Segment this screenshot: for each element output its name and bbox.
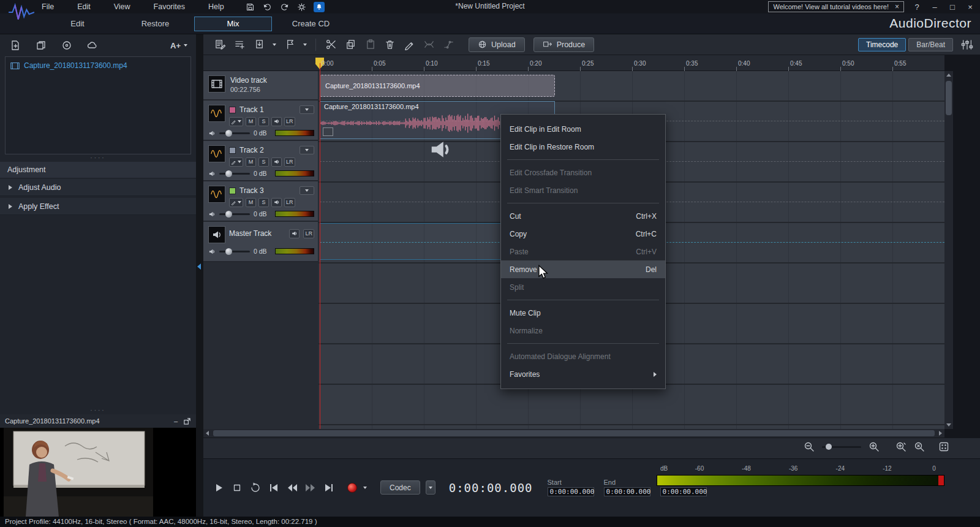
help-button[interactable]: ? [912, 2, 922, 12]
undo-icon[interactable] [262, 2, 273, 12]
view-options-icon[interactable] [938, 441, 949, 452]
monitor-button[interactable] [271, 157, 282, 167]
go-to-start-button[interactable] [266, 480, 281, 495]
draw-gain-button[interactable] [229, 157, 243, 167]
sidebar-splitter[interactable] [196, 34, 203, 517]
solo-button[interactable]: S [258, 157, 269, 167]
track-header[interactable]: Track 2 M S LR 0 dB [203, 141, 318, 181]
panel-splitter-handle[interactable]: ···· [0, 408, 196, 413]
vertical-scroll-thumb[interactable] [946, 81, 952, 115]
track-menu-button[interactable] [300, 146, 314, 154]
track-menu-button[interactable] [300, 186, 314, 195]
channel-lr-button[interactable]: LR [284, 117, 295, 126]
scroll-left-icon[interactable] [206, 431, 209, 436]
step-forward-button[interactable] [303, 480, 318, 495]
mute-button[interactable]: M [246, 157, 256, 167]
solo-button[interactable]: S [258, 117, 269, 126]
monitor-button[interactable] [289, 229, 300, 238]
cloud-icon[interactable] [86, 39, 99, 52]
track-color-swatch[interactable] [229, 147, 236, 154]
volume-slider[interactable] [219, 132, 250, 134]
video-track-header[interactable]: Video track 00:22.756 [203, 71, 318, 100]
track-header[interactable]: Track 1 M S LR 0 dB [203, 100, 318, 141]
mute-button[interactable]: M [246, 198, 256, 207]
adjust-audio-section[interactable]: Adjust Audio [0, 179, 196, 196]
scroll-down-icon[interactable] [946, 423, 951, 427]
tab-restore[interactable]: Restore [116, 17, 194, 31]
disc-icon[interactable] [60, 39, 74, 52]
menu-edit[interactable]: Edit [75, 1, 93, 12]
close-button[interactable]: × [965, 2, 975, 12]
menu-item-favorites[interactable]: Favorites [501, 365, 665, 383]
channel-lr-button[interactable]: LR [303, 229, 314, 238]
delete-icon[interactable] [382, 37, 398, 52]
menu-view[interactable]: View [111, 1, 133, 12]
menu-item-cut[interactable]: CutCtrl+X [501, 207, 665, 225]
draw-tool-icon[interactable] [401, 37, 417, 52]
scroll-right-icon[interactable] [939, 431, 942, 436]
media-item[interactable]: Capture_20180131173600.mp4 [6, 57, 190, 74]
zoom-fit-icon[interactable] [914, 441, 925, 452]
insert-file-icon[interactable] [251, 37, 267, 52]
copy-icon[interactable] [342, 37, 358, 52]
mixer-panel-icon[interactable] [959, 37, 975, 52]
menu-favorites[interactable]: Favorites [151, 1, 187, 12]
import-media-icon[interactable] [9, 39, 22, 52]
menu-item-copy[interactable]: CopyCtrl+C [501, 225, 665, 243]
codec-dropdown[interactable] [426, 480, 435, 495]
codec-button[interactable]: Codec [380, 480, 420, 495]
track-header[interactable]: Track 3 M S LR 0 dB [203, 181, 318, 222]
volume-slider[interactable] [219, 173, 250, 175]
volume-slider[interactable] [219, 251, 250, 252]
marker-dropdown[interactable] [301, 37, 309, 52]
channel-lr-button[interactable]: LR [284, 198, 295, 207]
maximize-button[interactable]: □ [948, 2, 957, 12]
preview-minimize-icon[interactable]: – [174, 417, 178, 425]
menu-item-mute-clip[interactable]: Mute Clip [501, 304, 665, 322]
mute-button[interactable]: M [246, 117, 256, 126]
draw-gain-button[interactable] [229, 198, 243, 207]
scroll-up-icon[interactable] [946, 74, 951, 77]
playhead-line[interactable] [320, 63, 320, 429]
bar-beat-button[interactable]: Bar/Beat [908, 38, 953, 51]
horizontal-scroll-thumb[interactable] [213, 430, 935, 436]
menu-help[interactable]: Help [206, 1, 227, 12]
tab-edit[interactable]: Edit [39, 17, 116, 31]
text-size-control[interactable]: A+ [170, 41, 187, 50]
record-dropdown-icon[interactable] [363, 487, 367, 489]
popout-icon[interactable] [183, 417, 191, 425]
timeline-ruler[interactable]: 0:000:050:100:150:200:250:300:350:400:45… [203, 55, 944, 71]
panel-splitter-handle[interactable]: ···· [0, 156, 196, 161]
clip-volume-icon[interactable] [323, 127, 333, 136]
upload-button[interactable]: Upload [469, 37, 525, 52]
loop-button[interactable] [248, 480, 263, 495]
go-to-end-button[interactable] [322, 480, 336, 495]
track-color-swatch[interactable] [229, 188, 236, 194]
solo-button[interactable]: S [258, 198, 269, 207]
record-button[interactable] [347, 483, 357, 493]
channel-lr-button[interactable]: LR [284, 157, 295, 167]
redo-icon[interactable] [279, 2, 290, 12]
zoom-out-icon[interactable] [804, 441, 815, 452]
monitor-button[interactable] [271, 198, 282, 207]
zoom-in-icon[interactable] [869, 441, 880, 452]
master-track-header[interactable]: Master Track LR 0 dB [203, 222, 318, 262]
insert-file-dropdown[interactable] [271, 37, 278, 52]
cut-icon[interactable] [323, 37, 339, 52]
tab-mix[interactable]: Mix [194, 17, 272, 31]
start-value[interactable]: 0:00:00.000 [548, 487, 594, 496]
step-back-button[interactable] [285, 480, 300, 495]
stop-button[interactable] [230, 480, 244, 495]
minimize-button[interactable]: – [930, 2, 940, 12]
play-button[interactable] [211, 480, 226, 495]
menu-item-remove[interactable]: RemoveDel [501, 260, 665, 278]
menu-file[interactable]: File [39, 1, 56, 12]
library-export-icon[interactable] [34, 39, 48, 52]
collapse-panel-icon[interactable] [197, 264, 201, 270]
track-menu-button[interactable] [300, 105, 314, 114]
save-icon[interactable] [245, 2, 256, 12]
clip-properties-icon[interactable] [212, 37, 228, 52]
tab-create-cd[interactable]: Create CD [272, 17, 350, 31]
welcome-banner[interactable]: Welcome! View all tutorial videos here! … [768, 1, 904, 12]
draw-gain-button[interactable] [229, 117, 243, 126]
